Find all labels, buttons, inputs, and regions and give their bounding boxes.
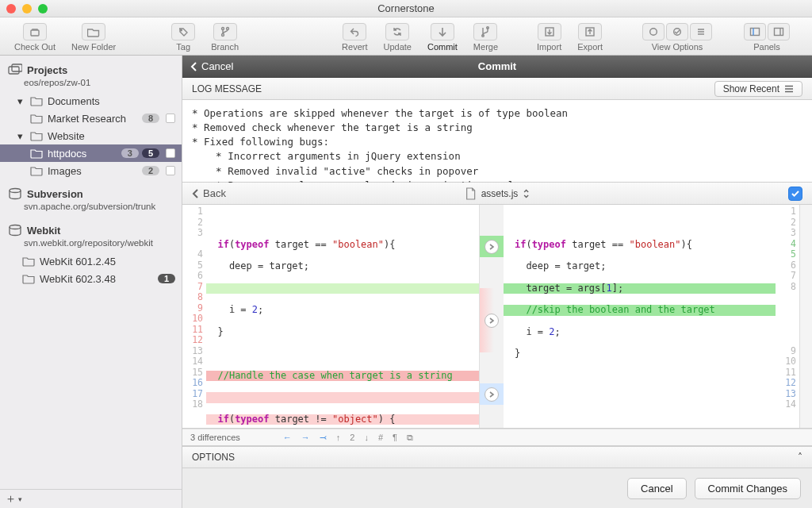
item-checkbox[interactable] bbox=[166, 166, 175, 175]
window-title: Cornerstone bbox=[0, 2, 812, 14]
export-label: Export bbox=[577, 42, 603, 52]
code-left[interactable]: if(typeof target == "boolean"){ deep = t… bbox=[206, 205, 479, 428]
options-label: OPTIONS bbox=[192, 452, 235, 463]
sidebar-item-webkit-602[interactable]: WebKit 602.3.48 1 bbox=[0, 270, 182, 287]
sidebar-subversion-sub: svn.apache.org/subversion/trunk bbox=[0, 202, 182, 216]
zoom-window-icon[interactable] bbox=[38, 4, 48, 13]
view-options-button[interactable]: View Options bbox=[634, 21, 720, 52]
new-folder-button[interactable]: New Folder bbox=[63, 21, 124, 52]
chevron-left-icon bbox=[192, 189, 200, 198]
minimize-window-icon[interactable] bbox=[22, 4, 32, 13]
chevron-left-icon bbox=[190, 62, 198, 71]
sidebar-projects-sub: eos/repos/zw-01 bbox=[0, 78, 182, 92]
count-badge: 3 bbox=[121, 148, 139, 158]
chevron-down-icon: ▾ bbox=[17, 130, 25, 142]
new-folder-label: New Folder bbox=[71, 42, 116, 52]
file-selector[interactable]: assets.js bbox=[465, 187, 530, 200]
diff-marker-mod[interactable] bbox=[485, 387, 499, 402]
sidebar-item-images[interactable]: Images 2 bbox=[0, 162, 182, 179]
sidebar-item-httpdocs[interactable]: httpdocs 3 5 bbox=[0, 144, 182, 162]
count-badge: 5 bbox=[142, 148, 159, 158]
diff-nav-down-icon[interactable]: ↓ bbox=[364, 433, 369, 443]
menu-icon bbox=[784, 85, 794, 93]
checkout-button[interactable]: Check Out bbox=[6, 21, 63, 52]
sidebar-item-label: Market Research bbox=[48, 113, 126, 125]
import-button[interactable]: Import bbox=[529, 21, 569, 52]
close-window-icon[interactable] bbox=[6, 4, 16, 13]
svg-point-9 bbox=[650, 28, 657, 35]
merge-left-icon[interactable]: ⤙ bbox=[320, 433, 327, 443]
updown-icon bbox=[523, 189, 529, 198]
diff-count: 3 differences bbox=[190, 433, 240, 442]
file-bar: Back assets.js bbox=[182, 183, 812, 205]
chevron-down-icon: ▾ bbox=[17, 95, 25, 107]
commit-button[interactable]: Commit bbox=[419, 21, 465, 52]
branch-button[interactable]: Branch bbox=[203, 21, 247, 52]
sidebar-webkit-head[interactable]: Webkit bbox=[0, 222, 182, 238]
count-badge: 8 bbox=[142, 114, 159, 123]
show-recent-label: Show Recent bbox=[723, 83, 779, 94]
folder-icon bbox=[30, 148, 43, 159]
sidebar-website[interactable]: ▾ Website bbox=[0, 127, 182, 144]
update-button[interactable]: Update bbox=[375, 21, 419, 52]
count-badge: 2 bbox=[142, 166, 159, 175]
folder-icon bbox=[30, 113, 43, 124]
prev-diff-icon[interactable]: ← bbox=[283, 433, 292, 443]
merge-label: Merge bbox=[473, 42, 498, 52]
back-button[interactable]: Back bbox=[192, 187, 226, 199]
options-strip[interactable]: OPTIONS ˄ bbox=[182, 446, 812, 468]
revert-button[interactable]: Revert bbox=[334, 21, 375, 52]
svg-rect-14 bbox=[12, 64, 22, 71]
add-icon[interactable]: ＋ bbox=[5, 491, 17, 506]
merge-button[interactable]: Merge bbox=[465, 21, 506, 52]
commit-changes-button[interactable]: Commit Changes bbox=[695, 478, 801, 499]
log-message-label: LOG MESSAGE bbox=[192, 83, 262, 94]
svg-point-15 bbox=[10, 189, 21, 193]
code-right[interactable]: if(typeof target == "boolean"){ deep = t… bbox=[504, 205, 776, 428]
sidebar-website-label: Website bbox=[48, 130, 85, 142]
chevron-down-icon[interactable]: ▾ bbox=[18, 495, 22, 503]
export-button[interactable]: Export bbox=[569, 21, 611, 52]
svg-point-4 bbox=[221, 33, 224, 36]
folder-icon[interactable]: ⧉ bbox=[407, 433, 413, 443]
next-diff-icon[interactable]: → bbox=[301, 433, 310, 443]
sidebar-footer: ＋ ▾ bbox=[0, 489, 182, 508]
revert-label: Revert bbox=[342, 42, 367, 52]
line-gutter-left: 123456789101112131415161718 bbox=[182, 205, 206, 428]
folder-icon bbox=[30, 95, 43, 106]
svg-point-10 bbox=[674, 28, 681, 35]
sidebar-item-webkit-601[interactable]: WebKit 601.2.45 bbox=[0, 252, 182, 270]
folder-icon bbox=[22, 256, 35, 267]
sidebar-subversion-label: Subversion bbox=[27, 188, 83, 200]
tag-button[interactable]: Tag bbox=[163, 21, 203, 52]
include-file-checkbox[interactable] bbox=[788, 187, 802, 201]
diff-view: 123456789101112131415161718 if(typeof ta… bbox=[182, 205, 812, 429]
repo-icon bbox=[8, 187, 22, 200]
sidebar-subversion-head[interactable]: Subversion bbox=[0, 186, 182, 202]
diff-marker-del[interactable] bbox=[485, 314, 499, 328]
svg-point-3 bbox=[226, 27, 228, 29]
tag-label: Tag bbox=[176, 42, 190, 52]
item-checkbox[interactable] bbox=[166, 114, 175, 123]
log-message-textarea[interactable]: * Operations are skipped whenever the ta… bbox=[182, 100, 812, 183]
item-checkbox[interactable] bbox=[166, 148, 175, 158]
pilcrow-icon[interactable]: ¶ bbox=[393, 433, 397, 443]
panels-button[interactable]: Panels bbox=[736, 21, 798, 52]
diff-nav-up-icon[interactable]: ↑ bbox=[336, 433, 341, 443]
commit-toolbar-label: Commit bbox=[427, 42, 458, 52]
sidebar: Projects eos/repos/zw-01 ▾ Documents Mar… bbox=[0, 56, 182, 508]
hash-icon[interactable]: # bbox=[378, 433, 383, 443]
cancel-back[interactable]: Cancel bbox=[190, 60, 233, 72]
diff-status-bar: 3 differences ← → ⤙ ↑ 2 ↓ # ¶ ⧉ bbox=[182, 429, 812, 446]
show-recent-button[interactable]: Show Recent bbox=[714, 81, 802, 97]
sidebar-projects-head[interactable]: Projects bbox=[0, 62, 182, 78]
sidebar-item-label: WebKit 601.2.45 bbox=[40, 256, 116, 267]
sidebar-item-market-research[interactable]: Market Research 8 bbox=[0, 110, 182, 127]
cancel-button[interactable]: Cancel bbox=[627, 478, 686, 499]
sidebar-documents[interactable]: ▾ Documents bbox=[0, 92, 182, 110]
svg-point-1 bbox=[181, 29, 182, 31]
diff-marker-add[interactable] bbox=[485, 240, 499, 254]
sidebar-projects-label: Projects bbox=[27, 64, 67, 76]
panels-label: Panels bbox=[753, 42, 780, 52]
scrollbar[interactable] bbox=[799, 205, 812, 428]
